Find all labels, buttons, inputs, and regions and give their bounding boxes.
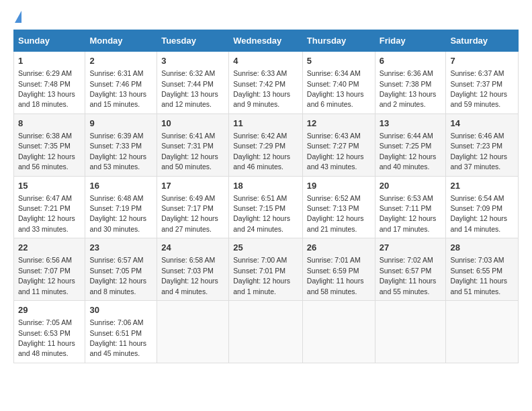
column-header-tuesday: Tuesday <box>157 30 229 52</box>
sunrise-info: Sunrise: 7:01 AM <box>307 256 361 264</box>
sunrise-info: Sunrise: 6:56 AM <box>18 256 72 264</box>
sunset-info: Sunset: 7:42 PM <box>233 80 285 88</box>
column-header-sunday: Sunday <box>14 30 85 52</box>
sunset-info: Sunset: 7:31 PM <box>161 142 214 150</box>
sunrise-info: Sunrise: 6:46 AM <box>450 132 504 140</box>
sunrise-info: Sunrise: 6:41 AM <box>161 132 215 140</box>
sunset-info: Sunset: 7:17 PM <box>161 204 214 212</box>
sunrise-info: Sunrise: 6:42 AM <box>233 132 287 140</box>
column-header-thursday: Thursday <box>302 30 375 52</box>
daylight-info: Daylight: 11 hours and 58 minutes. <box>307 277 364 295</box>
calendar-cell: 17 Sunrise: 6:49 AM Sunset: 7:17 PM Dayl… <box>157 176 229 238</box>
calendar-cell: 14 Sunrise: 6:46 AM Sunset: 7:23 PM Dayl… <box>446 113 519 176</box>
day-number: 18 <box>233 180 298 192</box>
day-number: 19 <box>307 180 371 192</box>
sunset-info: Sunset: 7:01 PM <box>233 267 285 275</box>
sunrise-info: Sunrise: 6:32 AM <box>161 69 215 77</box>
calendar-cell: 6 Sunrise: 6:36 AM Sunset: 7:38 PM Dayli… <box>375 52 446 114</box>
column-header-monday: Monday <box>85 30 157 52</box>
daylight-info: Daylight: 12 hours and 33 minutes. <box>18 214 75 232</box>
page-header <box>13 11 519 23</box>
day-number: 3 <box>161 55 224 67</box>
daylight-info: Daylight: 13 hours and 2 minutes. <box>380 90 437 108</box>
calendar-cell: 23 Sunrise: 6:57 AM Sunset: 7:05 PM Dayl… <box>85 238 157 301</box>
daylight-info: Daylight: 13 hours and 9 minutes. <box>233 90 290 108</box>
calendar-cell: 28 Sunrise: 7:03 AM Sunset: 6:55 PM Dayl… <box>446 238 519 301</box>
sunrise-info: Sunrise: 6:52 AM <box>307 194 361 202</box>
calendar-cell: 2 Sunrise: 6:31 AM Sunset: 7:46 PM Dayli… <box>85 52 157 114</box>
day-number: 27 <box>380 242 442 254</box>
daylight-info: Daylight: 12 hours and 4 minutes. <box>161 277 218 295</box>
calendar-cell: 15 Sunrise: 6:47 AM Sunset: 7:21 PM Dayl… <box>14 176 85 238</box>
sunset-info: Sunset: 6:53 PM <box>18 329 71 337</box>
calendar-cell: 19 Sunrise: 6:52 AM Sunset: 7:13 PM Dayl… <box>302 176 375 238</box>
calendar-cell: 25 Sunrise: 7:00 AM Sunset: 7:01 PM Dayl… <box>229 238 303 301</box>
sunset-info: Sunset: 6:59 PM <box>307 267 359 275</box>
sunset-info: Sunset: 6:55 PM <box>450 267 502 275</box>
day-number: 17 <box>161 180 224 192</box>
calendar-cell: 11 Sunrise: 6:42 AM Sunset: 7:29 PM Dayl… <box>229 113 303 176</box>
sunset-info: Sunset: 7:11 PM <box>380 204 432 212</box>
logo-triangle-icon <box>15 11 21 23</box>
daylight-info: Daylight: 12 hours and 37 minutes. <box>450 152 507 171</box>
day-number: 26 <box>307 242 371 254</box>
daylight-info: Daylight: 12 hours and 53 minutes. <box>89 152 146 171</box>
calendar-cell: 24 Sunrise: 6:58 AM Sunset: 7:03 PM Dayl… <box>157 238 229 301</box>
day-number: 22 <box>18 242 81 254</box>
calendar-cell <box>157 301 229 363</box>
calendar-cell <box>446 301 519 363</box>
sunset-info: Sunset: 6:57 PM <box>380 267 432 275</box>
day-number: 29 <box>18 304 81 316</box>
sunset-info: Sunset: 7:27 PM <box>307 142 359 150</box>
calendar-week-row: 8 Sunrise: 6:38 AM Sunset: 7:35 PM Dayli… <box>14 113 519 176</box>
day-number: 6 <box>380 55 442 67</box>
sunset-info: Sunset: 6:51 PM <box>89 329 142 337</box>
day-number: 1 <box>18 55 81 67</box>
daylight-info: Daylight: 11 hours and 45 minutes. <box>89 339 146 357</box>
calendar-week-row: 15 Sunrise: 6:47 AM Sunset: 7:21 PM Dayl… <box>14 176 519 238</box>
sunset-info: Sunset: 7:19 PM <box>89 204 142 212</box>
daylight-info: Daylight: 12 hours and 40 minutes. <box>380 152 437 171</box>
sunset-info: Sunset: 7:07 PM <box>18 267 71 275</box>
sunrise-info: Sunrise: 6:57 AM <box>89 256 143 264</box>
day-number: 20 <box>380 180 442 192</box>
daylight-info: Daylight: 11 hours and 55 minutes. <box>380 277 437 295</box>
sunrise-info: Sunrise: 7:06 AM <box>89 318 143 326</box>
day-number: 30 <box>89 304 152 316</box>
day-number: 23 <box>89 242 152 254</box>
day-number: 2 <box>89 55 152 67</box>
sunrise-info: Sunrise: 6:54 AM <box>450 194 504 202</box>
sunrise-info: Sunrise: 6:29 AM <box>18 69 72 77</box>
calendar-cell: 13 Sunrise: 6:44 AM Sunset: 7:25 PM Dayl… <box>375 113 446 176</box>
sunset-info: Sunset: 7:03 PM <box>161 267 214 275</box>
day-number: 14 <box>450 118 514 130</box>
calendar-cell: 1 Sunrise: 6:29 AM Sunset: 7:48 PM Dayli… <box>14 52 85 114</box>
sunrise-info: Sunrise: 6:34 AM <box>307 69 361 77</box>
day-number: 4 <box>233 55 298 67</box>
sunrise-info: Sunrise: 7:02 AM <box>380 256 433 264</box>
sunset-info: Sunset: 7:33 PM <box>89 142 142 150</box>
sunset-info: Sunset: 7:21 PM <box>18 204 71 212</box>
calendar-cell: 12 Sunrise: 6:43 AM Sunset: 7:27 PM Dayl… <box>302 113 375 176</box>
sunset-info: Sunset: 7:25 PM <box>380 142 432 150</box>
daylight-info: Daylight: 12 hours and 11 minutes. <box>18 277 75 295</box>
sunrise-info: Sunrise: 7:05 AM <box>18 318 72 326</box>
sunset-info: Sunset: 7:29 PM <box>233 142 285 150</box>
daylight-info: Daylight: 12 hours and 14 minutes. <box>450 214 507 232</box>
sunrise-info: Sunrise: 6:43 AM <box>307 132 361 140</box>
calendar-cell: 20 Sunrise: 6:53 AM Sunset: 7:11 PM Dayl… <box>375 176 446 238</box>
calendar-cell: 16 Sunrise: 6:48 AM Sunset: 7:19 PM Dayl… <box>85 176 157 238</box>
calendar-cell <box>302 301 375 363</box>
sunrise-info: Sunrise: 6:58 AM <box>161 256 215 264</box>
calendar-cell: 8 Sunrise: 6:38 AM Sunset: 7:35 PM Dayli… <box>14 113 85 176</box>
calendar-cell: 29 Sunrise: 7:05 AM Sunset: 6:53 PM Dayl… <box>14 301 85 363</box>
calendar-cell: 30 Sunrise: 7:06 AM Sunset: 6:51 PM Dayl… <box>85 301 157 363</box>
sunrise-info: Sunrise: 7:00 AM <box>233 256 287 264</box>
sunset-info: Sunset: 7:23 PM <box>450 142 502 150</box>
calendar-cell: 7 Sunrise: 6:37 AM Sunset: 7:37 PM Dayli… <box>446 52 519 114</box>
day-number: 28 <box>450 242 514 254</box>
daylight-info: Daylight: 13 hours and 12 minutes. <box>161 90 218 108</box>
sunrise-info: Sunrise: 6:49 AM <box>161 194 215 202</box>
daylight-info: Daylight: 11 hours and 51 minutes. <box>450 277 507 295</box>
column-header-friday: Friday <box>375 30 446 52</box>
